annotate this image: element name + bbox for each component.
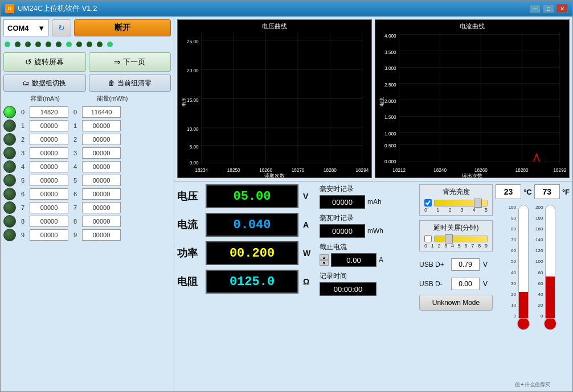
led-2 <box>3 133 16 146</box>
capacity-input-0[interactable] <box>30 106 68 118</box>
thermo-header: 23 °C 73 °F <box>496 184 570 199</box>
current-stop-input[interactable] <box>331 253 376 267</box>
power-row: 功率 00.200 W <box>177 241 317 265</box>
voltage-display: 05.00 <box>206 184 298 208</box>
capacity-input-9[interactable] <box>30 229 68 241</box>
capacity-input-5[interactable] <box>30 175 68 186</box>
led-4 <box>3 160 16 173</box>
led-1 <box>3 119 16 132</box>
voltage-label: 电压 <box>177 189 201 203</box>
clear-group-button[interactable]: 🗑 当前组清零 <box>89 75 171 92</box>
capacity-input-8[interactable] <box>30 216 68 227</box>
delay-slider-track <box>434 236 488 242</box>
table-row: 1 1 <box>3 119 171 132</box>
delay-checkbox[interactable] <box>424 235 432 242</box>
svg-text:10.00: 10.00 <box>187 127 199 132</box>
main-window: U UM24C上位机软件 V1.2 ─ □ ✕ COM4 ▼ ↻ 断开 <box>0 0 573 392</box>
data-group-switch-button[interactable]: 🗂 数据组切换 <box>3 75 86 92</box>
rotate-screen-button[interactable]: ↺ 旋转屏幕 <box>3 52 86 72</box>
energy-input-6[interactable] <box>82 188 121 200</box>
next-icon: ⇒ <box>114 57 121 67</box>
led-5 <box>3 174 16 187</box>
energy-input-1[interactable] <box>82 120 121 131</box>
brightness-slider-thumb[interactable] <box>474 199 482 208</box>
status-dot-1 <box>15 42 21 47</box>
capacity-input-4[interactable] <box>30 161 68 172</box>
svg-text:电流: 电流 <box>379 97 384 106</box>
action-buttons: ↺ 旋转屏幕 ⇒ 下一页 <box>3 52 171 72</box>
mwh-input[interactable] <box>320 224 365 238</box>
energy-input-3[interactable] <box>82 147 121 159</box>
delay-slider-labels: 0 1 2 3 4 5 6 7 8 9 <box>424 243 488 249</box>
svg-text:18292: 18292 <box>553 168 566 173</box>
mwh-section: 毫瓦时记录 mWh <box>320 213 416 238</box>
svg-text:电压: 电压 <box>182 97 187 106</box>
table-row: 0 0 <box>3 106 171 118</box>
energy-input-7[interactable] <box>82 202 121 213</box>
mah-title: 毫安时记录 <box>320 184 416 194</box>
energy-input-0[interactable] <box>82 106 121 118</box>
table-row: 6 6 <box>3 188 171 200</box>
title-controls: ─ □ ✕ <box>529 4 568 13</box>
svg-rect-28 <box>379 20 566 178</box>
svg-text:电压曲线: 电压曲线 <box>262 23 287 30</box>
recording-panel: 毫安时记录 mAh 毫瓦时记录 mWh <box>320 184 416 389</box>
usb-dminus-input[interactable] <box>451 278 480 290</box>
current-up-button[interactable]: ▲ <box>320 254 329 260</box>
capacity-input-6[interactable] <box>30 188 68 200</box>
status-dot-4 <box>46 42 51 47</box>
bottom-area: 电压 05.00 V 电流 0.040 A <box>174 181 572 391</box>
energy-input-9[interactable] <box>82 229 121 241</box>
svg-text:18260: 18260 <box>474 168 488 173</box>
capacity-input-1[interactable] <box>30 120 68 131</box>
led-0 <box>3 106 16 118</box>
svg-text:25.00: 25.00 <box>187 39 199 44</box>
capacity-input-3[interactable] <box>30 147 68 159</box>
celsius-bulb <box>517 317 530 330</box>
svg-text:18280: 18280 <box>515 168 529 173</box>
celsius-tube <box>518 205 529 319</box>
watermark: 值✦什么值得买 <box>515 381 550 389</box>
current-value: 0.040 <box>233 218 271 232</box>
svg-text:18234: 18234 <box>195 168 208 173</box>
capacity-input-7[interactable] <box>30 202 68 213</box>
current-down-button[interactable]: ▼ <box>320 260 329 266</box>
delay-slider-thumb[interactable] <box>445 234 453 244</box>
minimize-button[interactable]: ─ <box>529 4 541 13</box>
brightness-checkbox[interactable] <box>424 199 432 207</box>
fahrenheit-thermo: 200 180 160 140 120 100 80 60 40 20 0 <box>535 205 556 330</box>
energy-input-8[interactable] <box>82 216 121 227</box>
next-page-button[interactable]: ⇒ 下一页 <box>89 52 171 72</box>
mwh-unit: mWh <box>367 227 383 235</box>
current-chart: 4.000 3.500 3.000 2.500 2.000 1.500 1.00… <box>375 19 570 178</box>
maximize-button[interactable]: □ <box>543 4 554 13</box>
clear-icon: 🗑 <box>108 79 115 87</box>
settings-panel: 背光亮度 0 1 2 <box>419 184 493 389</box>
refresh-button[interactable]: ↻ <box>52 19 71 36</box>
unknown-mode-button[interactable]: Unknown Mode <box>419 295 493 311</box>
svg-text:18280: 18280 <box>324 168 337 173</box>
close-button[interactable]: ✕ <box>556 4 568 13</box>
measurements-panel: 电压 05.00 V 电流 0.040 A <box>177 184 317 389</box>
mah-section: 毫安时记录 mAh <box>320 184 416 209</box>
current-label: 电流 <box>177 218 201 232</box>
capacity-input-2[interactable] <box>30 134 68 145</box>
status-dot-2 <box>25 42 31 47</box>
usb-dplus-row: USB D+ V <box>419 258 493 271</box>
mah-input[interactable] <box>320 195 365 209</box>
svg-text:18294: 18294 <box>355 168 369 173</box>
current-stop-title: 截止电流 <box>320 242 416 252</box>
com-port-selector[interactable]: COM4 ▼ <box>3 19 49 36</box>
led-8 <box>3 215 16 228</box>
voltage-unit: V <box>303 192 317 201</box>
usb-dplus-input[interactable] <box>451 258 480 271</box>
energy-input-2[interactable] <box>82 134 121 145</box>
current-display: 0.040 <box>206 213 298 237</box>
usb-dminus-label: USB D- <box>419 280 448 288</box>
svg-text:1.000: 1.000 <box>384 131 396 137</box>
energy-input-4[interactable] <box>82 161 121 172</box>
fahrenheit-tube <box>545 205 555 319</box>
energy-input-5[interactable] <box>82 175 121 186</box>
status-dots <box>3 39 171 49</box>
disconnect-button[interactable]: 断开 <box>74 19 171 36</box>
